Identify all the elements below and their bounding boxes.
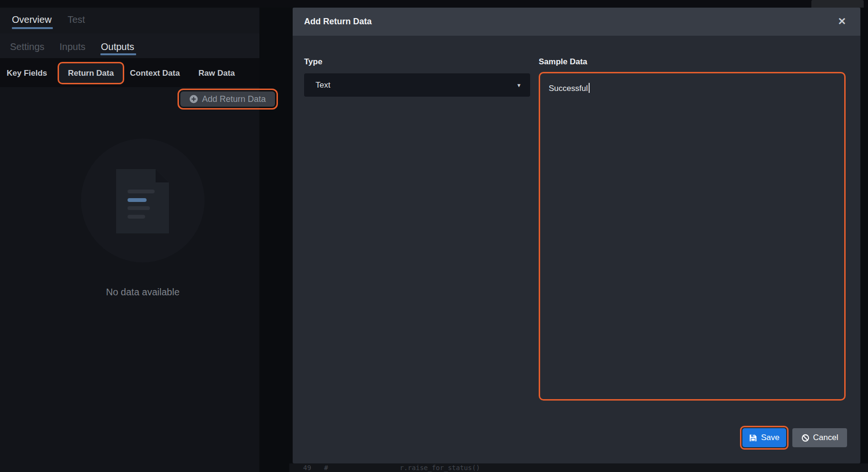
background-code-editor-row: 49 # r.raise_for_status() bbox=[289, 463, 868, 472]
cancel-button[interactable]: Cancel bbox=[792, 428, 847, 447]
code-line-text: r.raise_for_status() bbox=[400, 464, 480, 472]
document-icon bbox=[116, 169, 169, 233]
top-background-strip bbox=[0, 0, 868, 8]
tab-return-data-highlight-ring[interactable]: Return Data bbox=[58, 62, 124, 84]
add-return-data-highlight-ring: Add Return Data bbox=[178, 89, 278, 110]
tab-context-data[interactable]: Context Data bbox=[130, 69, 180, 78]
sample-data-value: Successful bbox=[549, 84, 588, 93]
cancel-icon bbox=[801, 434, 809, 442]
screen: Overview Test Settings Inputs Outputs Ke… bbox=[0, 0, 868, 472]
add-return-data-label: Add Return Data bbox=[202, 94, 266, 104]
tab-raw-data[interactable]: Raw Data bbox=[198, 69, 235, 78]
add-return-data-button[interactable]: Add Return Data bbox=[180, 91, 275, 107]
empty-state-message: No data available bbox=[48, 287, 238, 298]
tab-key-fields[interactable]: Key Fields bbox=[7, 69, 47, 78]
tab-outputs-active-underline bbox=[100, 53, 136, 55]
type-field-label: Type bbox=[304, 57, 322, 67]
primary-tab-bar: Overview Test bbox=[0, 8, 259, 33]
add-return-data-modal: Add Return Data ✕ Type Text ▼ Sample Dat… bbox=[293, 8, 860, 463]
tab-overview[interactable]: Overview bbox=[12, 14, 51, 25]
secondary-tab-bar: Settings Inputs Outputs bbox=[0, 33, 259, 58]
modal-title: Add Return Data bbox=[304, 8, 372, 36]
tab-return-data[interactable]: Return Data bbox=[68, 69, 114, 78]
modal-header: Add Return Data ✕ bbox=[293, 8, 860, 36]
save-button-highlight-ring: Save bbox=[740, 426, 789, 450]
type-dropdown[interactable]: Text ▼ bbox=[304, 73, 530, 97]
chevron-down-icon: ▼ bbox=[516, 82, 522, 88]
tab-outputs[interactable]: Outputs bbox=[101, 41, 134, 52]
tab-settings[interactable]: Settings bbox=[10, 41, 44, 52]
empty-state-circle bbox=[81, 139, 205, 262]
tab-test[interactable]: Test bbox=[68, 14, 85, 25]
save-button-label: Save bbox=[761, 433, 779, 442]
left-panel: Overview Test Settings Inputs Outputs Ke… bbox=[0, 8, 259, 472]
sample-data-field-label: Sample Data bbox=[539, 57, 587, 67]
save-button[interactable]: Save bbox=[742, 428, 786, 447]
tab-inputs[interactable]: Inputs bbox=[59, 41, 85, 52]
type-dropdown-value: Text bbox=[316, 80, 516, 90]
background-dimmed-element bbox=[811, 0, 864, 8]
sample-data-textarea[interactable]: Successful bbox=[539, 72, 846, 401]
save-icon bbox=[749, 434, 757, 442]
cancel-button-label: Cancel bbox=[813, 433, 838, 442]
plus-circle-icon bbox=[189, 95, 198, 103]
code-comment-marker: # bbox=[324, 464, 328, 472]
code-line-number: 49 bbox=[303, 464, 311, 472]
close-icon[interactable]: ✕ bbox=[838, 16, 846, 27]
tab-overview-active-underline bbox=[12, 27, 53, 29]
outputs-tab-bar: Key Fields Return Data Context Data Raw … bbox=[0, 58, 259, 87]
text-cursor bbox=[589, 83, 590, 93]
